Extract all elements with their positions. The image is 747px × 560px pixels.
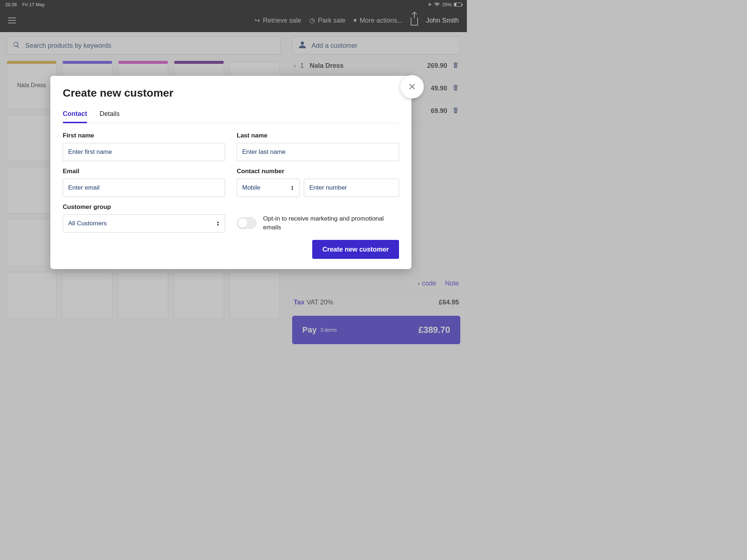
stepper-icon: ▲▼: [291, 185, 294, 191]
customer-group-label: Customer group: [63, 203, 225, 211]
create-customer-modal: ✕ Create new customer Contact Details Fi…: [50, 76, 411, 269]
tab-details[interactable]: Details: [100, 106, 120, 123]
marketing-optin-label: Opt-in to receive marketing and promotio…: [263, 214, 399, 232]
contact-number-label: Contact number: [237, 168, 399, 175]
email-label: Email: [63, 168, 225, 175]
customer-group-select[interactable]: All Customers ▲▼: [63, 214, 225, 233]
email-input[interactable]: [63, 179, 225, 197]
contact-type-select[interactable]: Mobile ▲▼: [237, 179, 299, 197]
tab-contact[interactable]: Contact: [63, 106, 87, 123]
modal-title: Create new customer: [63, 87, 399, 99]
last-name-label: Last name: [237, 132, 399, 139]
customer-group-value: All Customers: [68, 220, 107, 227]
first-name-label: First name: [63, 132, 225, 139]
first-name-input[interactable]: [63, 143, 225, 161]
last-name-input[interactable]: [237, 143, 399, 161]
create-customer-button[interactable]: Create new customer: [312, 240, 399, 259]
marketing-optin-toggle[interactable]: [237, 217, 256, 229]
contact-number-input[interactable]: [304, 179, 399, 197]
stepper-icon: ▲▼: [216, 221, 220, 226]
contact-type-value: Mobile: [242, 184, 260, 191]
close-button[interactable]: ✕: [400, 75, 424, 98]
close-icon: ✕: [408, 81, 416, 93]
